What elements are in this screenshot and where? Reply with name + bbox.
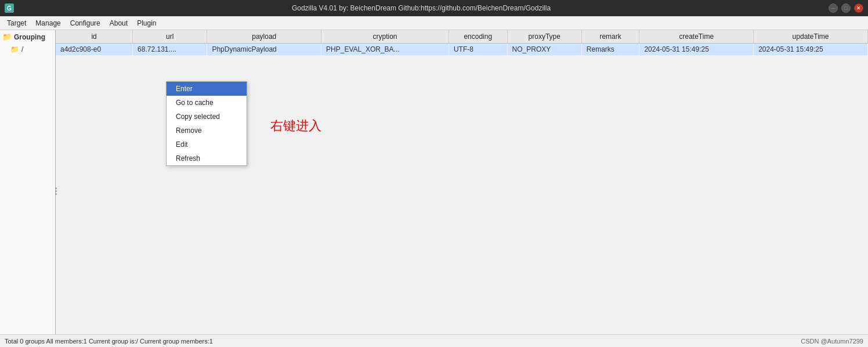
title-bar: G Godzilla V4.01 by: BeichenDream Github… [0,0,868,16]
col-header-url: url [133,30,207,44]
table-body: a4d2c908-e068.72.131....PhpDynamicPayloa… [56,44,868,56]
menu-configure[interactable]: Configure [66,18,105,28]
col-header-payload: payload [207,30,321,44]
col-header-cryption: cryption [321,30,449,44]
cell-cryption: PHP_EVAL_XOR_BA... [321,44,449,56]
cell-payload: PhpDynamicPayload [207,44,321,56]
col-header-encoding: encoding [449,30,507,44]
data-table: id url payload cryption encoding proxyTy… [56,30,868,56]
window-controls: ─ □ ✕ [829,3,863,13]
cell-updateTime: 2024-05-31 15:49:25 [754,44,868,56]
menu-manage[interactable]: Manage [31,18,65,28]
table-row[interactable]: a4d2c908-e068.72.131....PhpDynamicPayloa… [56,44,868,56]
app-logo-icon: G [5,3,14,13]
sidebar-group-header[interactable]: 📁 Grouping [0,30,55,44]
chinese-hint: 右键进入 [270,117,321,135]
divider-dots [55,187,57,195]
divider-dot [55,190,57,192]
sidebar: 📁 Grouping 📁 / [0,30,56,334]
maximize-button[interactable]: □ [841,3,851,13]
context-menu: EnterGo to cacheCopy selectedRemoveEditR… [166,81,247,166]
cell-id: a4d2c908-e0 [56,44,133,56]
minimize-button[interactable]: ─ [829,3,838,13]
cell-proxyType: NO_PROXY [507,44,581,56]
folder-icon: 📁 [2,32,12,41]
menu-plugin[interactable]: Plugin [132,18,161,28]
root-item-label: / [21,45,23,53]
app-icon: G [5,3,14,13]
ctx-item-refresh[interactable]: Refresh [167,151,247,165]
menu-about[interactable]: About [105,18,132,28]
grouping-label: Grouping [14,33,45,41]
col-header-id: id [56,30,133,44]
menu-bar: Target Manage Configure About Plugin [0,16,868,30]
ctx-item-copy-selected[interactable]: Copy selected [167,110,247,124]
cell-createTime: 2024-05-31 15:49:25 [639,44,754,56]
cell-remark: Remarks [581,44,639,56]
ctx-item-remove[interactable]: Remove [167,124,247,138]
col-header-proxytype: proxyType [507,30,581,44]
divider-dot [55,187,57,189]
divider-dot [55,193,57,195]
cell-url: 68.72.131.... [133,44,207,56]
col-header-createtime: createTime [639,30,754,44]
status-bar: Total 0 groups All members:1 Current gro… [0,334,868,347]
status-right: CSDN @Autumn7299 [801,338,863,345]
menu-target[interactable]: Target [2,18,31,28]
main-content: 📁 Grouping 📁 / id url payload cryption e… [0,30,868,334]
col-header-remark: remark [581,30,639,44]
window-title: Godzilla V4.01 by: BeichenDream Github:h… [14,4,829,12]
divider-handle[interactable] [54,60,57,321]
close-button[interactable]: ✕ [854,3,863,13]
ctx-item-edit[interactable]: Edit [167,138,247,151]
sidebar-item-root[interactable]: 📁 / [0,44,55,55]
col-header-updatetime: updateTime [754,30,868,44]
table-header-row: id url payload cryption encoding proxyTy… [56,30,868,44]
cell-encoding: UTF-8 [449,44,507,56]
table-area: id url payload cryption encoding proxyTy… [56,30,868,334]
ctx-item-enter[interactable]: Enter [167,82,247,96]
ctx-item-go-to-cache[interactable]: Go to cache [167,96,247,110]
subfolder-icon: 📁 [10,45,19,53]
status-left: Total 0 groups All members:1 Current gro… [5,338,213,345]
